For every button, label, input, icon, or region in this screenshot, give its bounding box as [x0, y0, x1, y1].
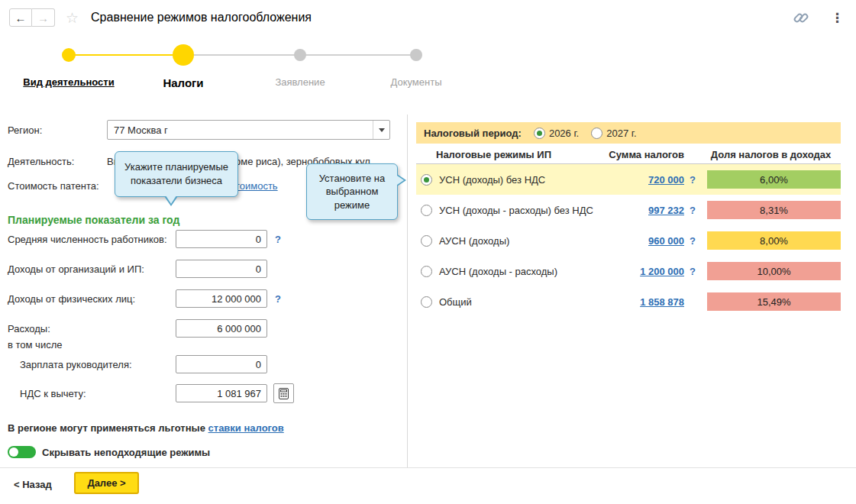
planned-indicators-section-title: Планируемые показатели за год — [8, 214, 179, 226]
tax-regime-row[interactable]: АУСН (доходы) 960 000 ? 8,00% — [416, 225, 841, 256]
tax-period-label: Налоговый период: — [424, 128, 522, 139]
tax-sum-link[interactable]: 1 200 000 — [604, 266, 684, 277]
patent-cost-label: Стоимость патента: — [8, 180, 107, 192]
column-header-tax-sum: Сумма налогов — [604, 149, 684, 160]
help-icon[interactable]: ? — [684, 266, 701, 277]
hide-unsuitable-row: Скрывать неподходящие режимы — [8, 444, 210, 460]
tax-regime-radio[interactable] — [421, 235, 432, 247]
hide-unsuitable-label: Скрывать неподходящие режимы — [42, 447, 210, 458]
avg-employees-input[interactable] — [176, 230, 267, 248]
individuals-income-input[interactable] — [176, 289, 267, 308]
step-label-activity[interactable]: Вид деятельности — [23, 76, 114, 88]
help-icon[interactable]: ? — [684, 174, 701, 186]
tooltip-select-regime-text: Установите на выбранном режиме — [312, 172, 392, 212]
regime-name: АУСН (доходы) — [439, 235, 604, 247]
hide-unsuitable-toggle[interactable] — [8, 446, 36, 458]
tax-sum-link[interactable]: 960 000 — [604, 235, 684, 247]
tax-share-badge: 15,49% — [707, 292, 841, 311]
radio-icon — [591, 128, 602, 139]
vat-deduction-input[interactable] — [176, 384, 267, 402]
help-icon[interactable]: ? — [275, 293, 281, 305]
avg-employees-label: Средняя численность работников: — [8, 234, 176, 245]
tax-sum-link[interactable]: 1 858 878 — [604, 296, 684, 308]
back-button[interactable]: ← — [9, 8, 32, 27]
stepper-line — [300, 54, 416, 56]
forward-button[interactable]: → — [32, 8, 55, 27]
top-bar: ← → ☆ Сравнение режимов налогообложения … — [0, 0, 856, 35]
panel-divider — [407, 115, 408, 467]
menu-dots-icon[interactable]: ⋮ — [828, 10, 847, 26]
period-2027-label: 2027 г. — [606, 128, 636, 139]
director-salary-label: Зарплата руководителя: — [8, 359, 176, 370]
nav-history-buttons: ← → — [9, 8, 55, 27]
tax-regime-row[interactable]: УСН (доходы) без НДС 720 000 ? 6,00% — [416, 164, 841, 195]
director-salary-input[interactable] — [176, 355, 267, 373]
wizard-next-button[interactable]: Далее > — [74, 472, 139, 494]
tax-share-badge: 8,00% — [707, 231, 841, 250]
regime-name: УСН (доходы - расходы) без НДС — [439, 205, 604, 216]
tax-period-bar: Налоговый период: 2026 г. 2027 г. — [416, 122, 841, 144]
org-income-label: Доходы от организаций и ИП: — [8, 263, 176, 275]
calculator-button[interactable] — [273, 383, 294, 403]
column-header-regimes: Налоговые режимы ИП — [416, 149, 604, 160]
expenses-row: Расходы: — [8, 318, 267, 338]
regime-name: АУСН (доходы - расходы) — [439, 266, 604, 277]
step-label-documents: Документы — [390, 76, 441, 88]
back-arrow-icon: ← — [15, 11, 27, 24]
tax-regime-radio[interactable] — [421, 296, 432, 308]
page-title: Сравнение режимов налогообложения — [91, 11, 312, 24]
tax-regime-row[interactable]: УСН (доходы - расходы) без НДС 997 232 ?… — [416, 195, 841, 225]
activity-label: Деятельность: — [8, 156, 107, 167]
tooltip-planned-indicators-text: Укажите планируемые показатели бизнеса — [120, 160, 233, 187]
stepper-line-done — [69, 54, 183, 56]
tax-regime-row[interactable]: АУСН (доходы - расходы) 1 200 000 ? 10,0… — [416, 256, 841, 286]
individuals-income-row: Доходы от физических лиц: ? — [8, 289, 281, 309]
region-value: 77 Москва г — [108, 124, 373, 136]
step-dot-application — [294, 49, 306, 61]
org-income-row: Доходы от организаций и ИП: — [8, 259, 267, 279]
region-row: Регион: 77 Москва г — [8, 120, 390, 140]
dropdown-arrow-icon[interactable] — [373, 121, 389, 139]
period-2027-radio[interactable]: 2027 г. — [591, 128, 636, 139]
link-icon[interactable] — [793, 9, 809, 26]
step-dot-taxes — [173, 44, 194, 66]
region-label: Регион: — [8, 124, 107, 136]
regime-name: Общий — [439, 296, 604, 308]
help-icon[interactable]: ? — [684, 235, 701, 247]
tax-share-badge: 10,00% — [707, 262, 841, 280]
step-label-taxes: Налоги — [163, 76, 203, 89]
vat-deduction-label: НДС к вычету: — [8, 388, 176, 399]
tax-rates-link[interactable]: ставки налогов — [208, 422, 284, 434]
tax-regime-radio[interactable] — [421, 205, 432, 216]
help-icon[interactable]: ? — [275, 234, 281, 245]
tax-regime-radio[interactable] — [421, 266, 432, 277]
tax-sum-link[interactable]: 720 000 — [604, 174, 684, 186]
region-select[interactable]: 77 Москва г — [107, 120, 390, 140]
app-window: ← → ☆ Сравнение режимов налогообложения … — [0, 0, 856, 504]
tooltip-planned-indicators: Укажите планируемые показатели бизнеса — [115, 151, 238, 197]
step-dot-activity[interactable] — [62, 48, 76, 62]
favorite-star-icon[interactable]: ☆ — [66, 9, 79, 27]
tax-share-badge: 8,31% — [707, 201, 841, 219]
period-2026-radio[interactable]: 2026 г. — [534, 128, 579, 139]
tooltip-pointer-icon — [397, 176, 404, 185]
individuals-income-label: Доходы от физических лиц: — [8, 293, 176, 305]
calculator-icon — [277, 387, 290, 400]
tax-regime-radio[interactable] — [421, 174, 432, 186]
tooltip-pointer-icon — [166, 195, 176, 204]
benefit-rates-text: В регионе могут применяться льготные — [8, 422, 205, 434]
tax-sum-link[interactable]: 997 232 — [604, 205, 684, 216]
tax-regime-row[interactable]: Общий 1 858 878 15,49% — [416, 286, 841, 317]
step-dot-documents — [410, 49, 422, 61]
avg-employees-row: Средняя численность работников: ? — [8, 229, 281, 249]
wizard-back-button[interactable]: < Назад — [14, 474, 52, 494]
step-label-application: Заявление — [275, 76, 325, 88]
period-2026-label: 2026 г. — [549, 128, 579, 139]
expenses-input[interactable] — [176, 319, 267, 338]
stepper-line — [183, 54, 300, 56]
regime-name: УСН (доходы) без НДС — [439, 174, 604, 186]
help-icon[interactable]: ? — [684, 205, 701, 216]
tooltip-select-regime: Установите на выбранном режиме — [306, 163, 398, 220]
including-label: в том числе — [8, 339, 62, 351]
org-income-input[interactable] — [176, 260, 267, 278]
